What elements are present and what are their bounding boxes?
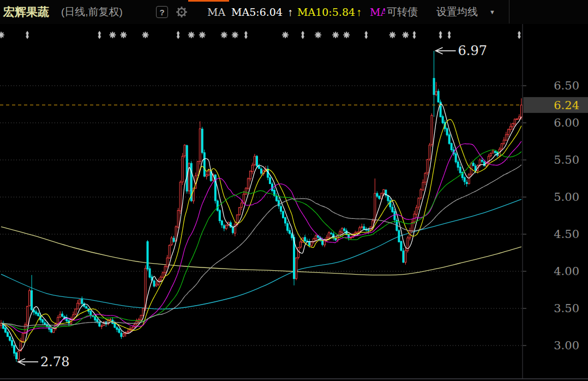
candle-down (35, 312, 37, 314)
event-star-icon[interactable] (110, 32, 115, 38)
axis-label: 4.00 (554, 265, 579, 278)
set-ma-button[interactable]: 设置均线 (436, 0, 478, 24)
candle-up (131, 328, 133, 329)
candle-down (173, 238, 175, 241)
candle-up (238, 207, 240, 215)
candle-down (16, 353, 17, 359)
candle-up (507, 129, 509, 134)
event-star-icon[interactable] (221, 32, 227, 38)
candle-down (289, 230, 291, 234)
event-star-icon[interactable] (189, 32, 194, 38)
candle-up (27, 306, 28, 325)
ma5-up-arrow-icon: ↑ (287, 0, 293, 24)
candle-up (374, 193, 376, 221)
candle-down (258, 166, 260, 169)
candle-up (182, 156, 183, 182)
candle-down (44, 323, 46, 325)
event-star-icon[interactable] (403, 32, 408, 38)
candle-up (57, 317, 59, 324)
svg-text:6.24: 6.24 (554, 99, 579, 112)
candle-up (127, 331, 129, 332)
candle-down (475, 166, 476, 170)
event-star-icon[interactable] (333, 32, 338, 38)
help-button[interactable]: ? (156, 6, 168, 18)
candle-up (512, 123, 513, 127)
stock-chart-app: 宏辉果蔬 (日线,前复权) ? MA MA5:6.04 ↑ MA10:5.8 (0, 0, 588, 381)
candlestick-chart-canvas[interactable]: 6.506.005.505.004.504.003.503.006.246.97… (0, 24, 588, 381)
candle-up (179, 182, 181, 211)
candle-up (155, 284, 157, 286)
event-star-icon[interactable] (389, 32, 395, 38)
candle-down (33, 310, 35, 312)
candle-down (466, 182, 467, 184)
candle-up (166, 258, 168, 267)
candle-up (29, 290, 31, 306)
candle-up (424, 173, 426, 182)
ma5-legend: MA5:6.04 (231, 0, 283, 24)
candle-up (199, 129, 201, 162)
event-star-icon[interactable] (143, 32, 148, 38)
candle-down (121, 333, 122, 337)
candle-up (435, 92, 437, 95)
event-star-icon[interactable] (232, 32, 238, 38)
candle-down (203, 153, 205, 176)
chevron-down-icon[interactable]: ▼ (489, 0, 495, 24)
event-star-icon[interactable] (200, 32, 205, 38)
candle-up (225, 225, 227, 228)
candle-down (309, 242, 310, 246)
candle-up (22, 334, 24, 342)
candle-up (171, 238, 172, 245)
candle-down (283, 211, 284, 218)
candle-up (416, 207, 417, 215)
candle-down (149, 269, 151, 277)
candle-down (331, 233, 332, 234)
candle-up (383, 189, 385, 193)
event-star-icon[interactable] (283, 32, 288, 38)
candle-down (86, 307, 87, 308)
convertible-bond-button[interactable]: 可转债 (385, 0, 419, 24)
candle-down (442, 117, 443, 123)
axis-label: 3.00 (554, 339, 579, 352)
candle-down (11, 341, 13, 346)
candle-up (422, 182, 424, 190)
event-star-icon[interactable] (121, 32, 126, 38)
axis-label: 5.00 (554, 190, 579, 204)
axis-label: 6.00 (554, 116, 579, 129)
ma-legend-prefix: MA (207, 0, 225, 24)
candle-down (118, 329, 120, 332)
candle-down (7, 332, 9, 337)
event-star-icon[interactable] (315, 32, 321, 38)
candle-up (59, 314, 61, 317)
candle-down (403, 251, 404, 263)
candle-up (468, 175, 470, 184)
candle-down (376, 193, 378, 196)
candle-up (140, 315, 142, 320)
candle-up (245, 188, 247, 194)
candle-down (446, 128, 448, 135)
candle-down (481, 160, 483, 162)
candle-up (427, 159, 428, 172)
candle-down (276, 196, 278, 201)
candle-up (514, 119, 515, 124)
candle-down (285, 218, 286, 223)
candle-up (405, 251, 406, 263)
candle-up (490, 153, 491, 156)
candle-down (278, 200, 280, 206)
gear-icon[interactable] (176, 6, 188, 18)
event-star-icon[interactable] (344, 32, 349, 38)
ma10-legend: MA10:5.84 (297, 0, 355, 24)
axis-label: 4.50 (554, 228, 579, 241)
candle-up (25, 325, 26, 334)
candle-up (311, 242, 313, 246)
candle-up (431, 115, 433, 144)
stock-name: 宏辉果蔬 (3, 0, 49, 24)
candle-down (459, 167, 461, 172)
candle-up (361, 227, 363, 227)
chart-header: 宏辉果蔬 (日线,前复权) ? MA MA5:6.04 ↑ MA10:5.8 (0, 0, 588, 25)
candle-down (267, 169, 268, 177)
candle-up (241, 203, 242, 207)
axis-label: 3.50 (554, 302, 579, 315)
candle-up (249, 171, 251, 178)
current-price-tag: 6.24 (524, 97, 588, 113)
candle-down (201, 129, 203, 152)
